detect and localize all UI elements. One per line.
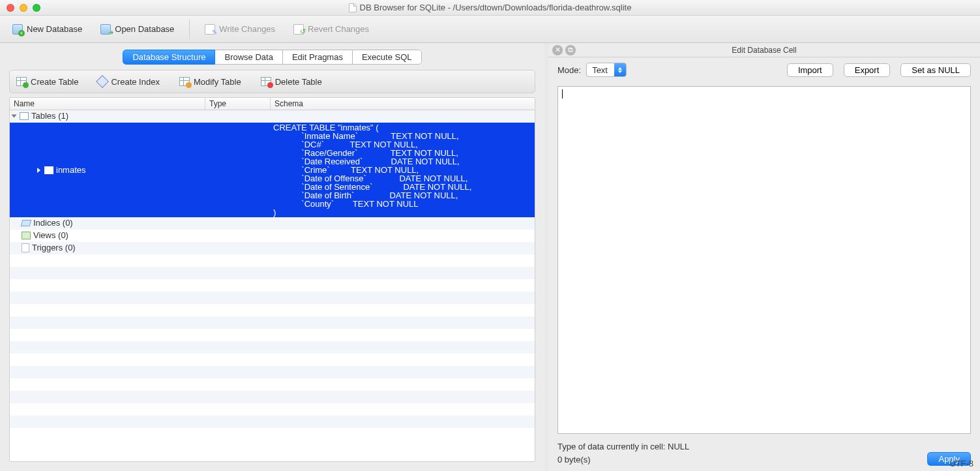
cell-editor-title: Edit Database Cell xyxy=(548,46,980,55)
create-table-button[interactable]: Create Table xyxy=(16,77,78,87)
tree-empty-row xyxy=(10,267,535,279)
open-database-button[interactable]: Open Database xyxy=(92,21,183,38)
create-index-button[interactable]: Create Index xyxy=(98,77,159,87)
cell-size-status: 0 byte(s) xyxy=(557,453,689,466)
open-database-label: Open Database xyxy=(115,24,174,34)
create-table-label: Create Table xyxy=(31,77,78,87)
tab-bar: Database Structure Browse Data Edit Prag… xyxy=(9,50,535,65)
mode-label: Mode: xyxy=(557,65,581,75)
triggers-icon xyxy=(22,243,29,252)
mode-select-value: Text xyxy=(587,65,614,75)
write-changes-button[interactable]: Write Changes xyxy=(196,21,284,38)
cell-editor-header: ✕ ⧉ Edit Database Cell xyxy=(548,43,980,57)
col-schema[interactable]: Schema xyxy=(271,98,535,110)
write-changes-label: Write Changes xyxy=(219,24,275,34)
import-button[interactable]: Import xyxy=(787,63,833,77)
disclosure-triangle-icon[interactable] xyxy=(37,168,40,173)
detach-panel-button[interactable]: ⧉ xyxy=(565,45,576,55)
tree-node-triggers[interactable]: Triggers (0) xyxy=(10,242,535,254)
col-type[interactable]: Type xyxy=(205,98,271,110)
new-database-label: New Database xyxy=(27,24,82,34)
create-index-label: Create Index xyxy=(111,77,159,87)
tree-empty-row xyxy=(10,292,535,304)
right-pane: ✕ ⧉ Edit Database Cell Mode: Text Import… xyxy=(548,43,980,471)
tree-empty-row xyxy=(10,329,535,341)
tab-execute-sql[interactable]: Execute SQL xyxy=(353,50,422,65)
set-as-null-button[interactable]: Set as NULL xyxy=(900,63,971,77)
new-database-button[interactable]: New Database xyxy=(4,21,91,38)
tree-empty-row xyxy=(10,366,535,378)
create-table-icon xyxy=(16,77,27,86)
modify-table-icon xyxy=(179,77,190,86)
export-button[interactable]: Export xyxy=(844,63,891,77)
revert-changes-icon xyxy=(293,24,304,35)
cell-editor-body: Mode: Text Import Export Set as NULL Typ… xyxy=(548,57,980,471)
views-label: Views (0) xyxy=(33,230,68,240)
modify-table-button[interactable]: Modify Table xyxy=(179,77,241,87)
main-split: Database Structure Browse Data Edit Prag… xyxy=(0,43,980,471)
tab-edit-pragmas[interactable]: Edit Pragmas xyxy=(283,50,353,65)
close-panel-button[interactable]: ✕ xyxy=(552,45,563,55)
tab-database-structure[interactable]: Database Structure xyxy=(123,50,215,65)
tree-node-indices[interactable]: Indices (0) xyxy=(10,217,535,230)
tab-browse-data[interactable]: Browse Data xyxy=(215,50,282,65)
revert-changes-label: Revert Changes xyxy=(308,24,369,34)
tables-icon xyxy=(20,112,29,120)
modify-table-label: Modify Table xyxy=(194,77,241,87)
cell-type-status: Type of data currently in cell: NULL xyxy=(557,440,689,453)
tree-empty-row xyxy=(10,279,535,292)
table-schema-text: CREATE TABLE "inmates" ( `Inmate Name` T… xyxy=(271,123,535,217)
open-database-icon xyxy=(100,24,111,35)
tree-node-table-inmates[interactable]: inmates CREATE TABLE "inmates" ( `Inmate… xyxy=(10,123,535,217)
toolbar-separator xyxy=(189,20,190,39)
col-name[interactable]: Name xyxy=(10,98,205,110)
titlebar: DB Browser for SQLite - /Users/dtown/Dow… xyxy=(0,0,980,16)
tables-label: Tables (1) xyxy=(31,111,68,121)
tree-node-views[interactable]: Views (0) xyxy=(10,230,535,242)
schema-tree[interactable]: Name Type Schema Tables (1) inmates CREA… xyxy=(9,97,535,462)
minimize-window-button[interactable] xyxy=(20,4,27,12)
tree-empty-row xyxy=(10,341,535,354)
new-database-icon xyxy=(12,24,23,35)
cell-value-textarea[interactable] xyxy=(557,86,971,434)
left-pane: Database Structure Browse Data Edit Prag… xyxy=(0,43,544,471)
disclosure-triangle-icon[interactable] xyxy=(12,114,17,117)
tree-empty-row xyxy=(10,254,535,267)
main-toolbar: New Database Open Database Write Changes… xyxy=(0,16,980,43)
mode-select[interactable]: Text xyxy=(586,63,627,77)
table-name-label: inmates xyxy=(56,165,86,175)
delete-table-label: Delete Table xyxy=(275,77,322,87)
indices-label: Indices (0) xyxy=(33,218,73,228)
tree-empty-row xyxy=(10,304,535,316)
tree-empty-row xyxy=(10,378,535,391)
structure-toolbar: Create Table Create Index Modify Table D… xyxy=(9,70,535,93)
write-changes-icon xyxy=(205,24,215,35)
tree-empty-row xyxy=(10,403,535,416)
tree-empty-row xyxy=(10,316,535,329)
tree-empty-row xyxy=(10,354,535,366)
tree-header: Name Type Schema xyxy=(10,98,535,110)
encoding-label: UTF-8 xyxy=(949,459,973,468)
indices-icon xyxy=(21,220,32,226)
window-title: DB Browser for SQLite - /Users/dtown/Dow… xyxy=(360,3,632,12)
close-window-button[interactable] xyxy=(7,4,14,12)
revert-changes-button[interactable]: Revert Changes xyxy=(285,21,378,38)
delete-table-icon xyxy=(261,77,271,86)
table-icon xyxy=(44,166,53,174)
tree-empty-row xyxy=(10,416,535,428)
tree-node-tables[interactable]: Tables (1) xyxy=(10,110,535,123)
delete-table-button[interactable]: Delete Table xyxy=(261,77,322,87)
window-controls xyxy=(0,4,40,12)
triggers-label: Triggers (0) xyxy=(32,243,76,252)
mode-select-arrows-icon xyxy=(614,63,626,76)
zoom-window-button[interactable] xyxy=(33,4,40,12)
text-cursor xyxy=(562,89,563,99)
create-index-icon xyxy=(97,75,110,88)
views-icon xyxy=(22,232,31,239)
document-icon xyxy=(349,3,357,12)
tree-empty-row xyxy=(10,391,535,403)
